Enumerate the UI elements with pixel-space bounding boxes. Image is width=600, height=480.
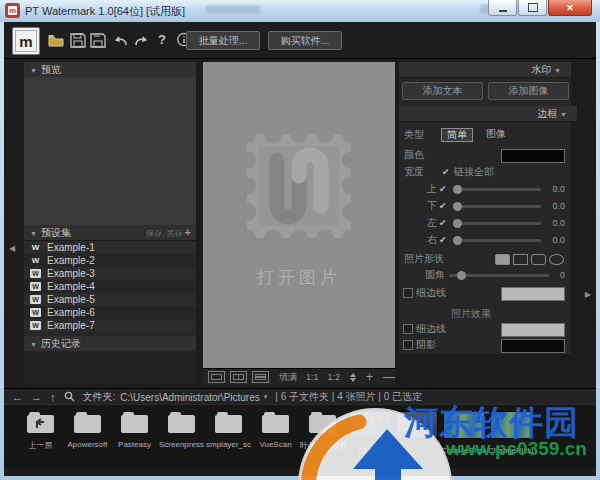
app-icon-m: m: [8, 6, 17, 15]
photo-effects-label: 照片效果: [451, 307, 491, 321]
presets-actions-label[interactable]: 保存, 另存: [146, 229, 182, 238]
history-section-header[interactable]: ▼历史记录: [24, 336, 196, 352]
minimize-button[interactable]: [488, 0, 517, 16]
thin-line-color-swatch[interactable]: [501, 323, 565, 337]
zoom-fit-button[interactable]: 填满: [279, 371, 297, 384]
preset-row[interactable]: WExample-4: [24, 280, 196, 293]
item-label: Apowersoft: [67, 440, 107, 449]
thin-line-row-2: 细边线: [399, 322, 571, 336]
collapse-left-panel-arrow[interactable]: ◀: [9, 244, 15, 253]
folder-item[interactable]: Screenpresso: [159, 409, 204, 461]
app-icon: m: [5, 3, 20, 18]
watermark-section-header[interactable]: 水印 ▼: [399, 62, 571, 78]
slider-knob[interactable]: [453, 202, 462, 211]
border-section-header[interactable]: 边框 ▼: [399, 106, 577, 122]
slider-track[interactable]: [453, 188, 541, 191]
slider-checkbox[interactable]: ✔: [439, 216, 447, 230]
radius-slider-knob[interactable]: [457, 271, 466, 280]
preset-row[interactable]: WExample-7: [24, 319, 196, 332]
shape-rounded-icon[interactable]: [531, 254, 546, 265]
add-text-button[interactable]: 添加文本: [402, 82, 483, 100]
radius-slider-track[interactable]: [449, 274, 549, 277]
slider-label: 上: [427, 182, 437, 196]
slider-value: 0.0: [552, 182, 565, 196]
thin-line-checkbox[interactable]: [403, 324, 413, 334]
shadow-checkbox[interactable]: [403, 340, 413, 350]
preset-row[interactable]: WExample-1: [24, 241, 196, 254]
window-title: PT Watermark 1.0[64位] [试用版]: [25, 4, 185, 19]
slider-knob[interactable]: [453, 236, 462, 245]
layout-split-icon[interactable]: [230, 371, 247, 383]
add-image-button[interactable]: 添加图像: [488, 82, 569, 100]
path-dropdown-icon[interactable]: ▾: [264, 393, 268, 401]
thin-line-label: 细边线: [416, 322, 446, 336]
collapse-right-panel-arrow[interactable]: ▶: [585, 290, 591, 299]
add-preset-button[interactable]: +: [185, 226, 191, 238]
preset-row[interactable]: WExample-5: [24, 293, 196, 306]
folder-item[interactable]: smplayer_scre..: [206, 409, 251, 461]
presets-actions[interactable]: 保存, 另存 +: [146, 225, 191, 241]
layout-rows-icon[interactable]: [252, 371, 269, 383]
redo-icon[interactable]: [134, 33, 150, 48]
link-all-checkbox[interactable]: ✔: [442, 165, 450, 179]
slider-knob[interactable]: [453, 185, 462, 194]
preview-section-header[interactable]: ▼预览: [24, 62, 196, 78]
preset-row[interactable]: WExample-3: [24, 267, 196, 280]
window-titlebar[interactable]: m PT Watermark 1.0[64位] [试用版] ✕: [0, 0, 600, 22]
slider-knob[interactable]: [453, 219, 462, 228]
maximize-button[interactable]: [518, 0, 547, 16]
buy-software-button[interactable]: 购买软件...: [268, 31, 342, 50]
slider-checkbox[interactable]: ✔: [439, 233, 447, 247]
image-canvas[interactable]: 打开图片: [203, 62, 395, 368]
slider-checkbox[interactable]: ✔: [439, 199, 447, 213]
slider-track[interactable]: [453, 239, 541, 242]
zoom-1-1-button[interactable]: 1:1: [306, 372, 319, 382]
open-folder-icon[interactable]: [48, 33, 64, 48]
undo-icon[interactable]: [112, 33, 128, 48]
zoom-out-button[interactable]: —: [383, 370, 395, 384]
back-arrow-icon[interactable]: ←: [12, 391, 23, 403]
forward-arrow-icon[interactable]: →: [31, 391, 42, 403]
folder-up-icon: [27, 415, 54, 433]
preset-label: Example-5: [47, 293, 95, 306]
batch-process-button[interactable]: 批量处理...: [186, 31, 260, 50]
slider-track[interactable]: [453, 222, 541, 225]
shadow-color-swatch[interactable]: [501, 339, 565, 353]
slider-track[interactable]: [453, 205, 541, 208]
up-arrow-icon[interactable]: ↑: [50, 391, 56, 403]
slider-value: 0.0: [552, 199, 565, 213]
folder-item[interactable]: Apowersoft: [65, 409, 110, 461]
shape-rect-icon[interactable]: [513, 254, 528, 265]
watermark-w-icon: W: [30, 256, 41, 265]
save-icon[interactable]: [70, 33, 86, 48]
border-color-swatch[interactable]: [501, 149, 565, 163]
triangle-down-icon: ▼: [30, 230, 37, 237]
shape-filled-rect-icon[interactable]: [495, 254, 510, 265]
preview-area: [24, 77, 196, 226]
close-button[interactable]: ✕: [548, 0, 592, 16]
zoom-in-button[interactable]: +: [366, 370, 373, 384]
thin-line-color-swatch[interactable]: [501, 287, 565, 301]
folder-icon: [121, 415, 148, 433]
zoom-1-2-button[interactable]: 1:2: [328, 372, 341, 382]
help-button[interactable]: ?: [158, 32, 166, 47]
shape-ellipse-icon[interactable]: [549, 254, 564, 265]
history-area: [24, 351, 196, 384]
open-image-label[interactable]: 打开图片: [257, 266, 341, 289]
folder-item[interactable]: Pasteasy: [112, 409, 157, 461]
save-as-icon[interactable]: [90, 33, 106, 48]
layout-single-icon[interactable]: [208, 371, 225, 383]
preset-row[interactable]: WExample-6: [24, 306, 196, 319]
current-path[interactable]: C:\Users\Administrator\Pictures: [120, 392, 259, 403]
border-color-row: 颜色: [399, 148, 571, 162]
zoom-stepper-icon[interactable]: [350, 373, 356, 382]
search-icon[interactable]: [64, 391, 75, 404]
presets-section-header[interactable]: ▼预设集 保存, 另存 +: [24, 225, 196, 241]
thin-line-checkbox[interactable]: [403, 288, 413, 298]
type-simple-tab[interactable]: 简单: [441, 128, 473, 142]
slider-checkbox[interactable]: ✔: [439, 182, 447, 196]
folder-up-item[interactable]: 上一层: [18, 409, 63, 461]
type-image-tab[interactable]: 图像: [481, 128, 511, 140]
preset-row[interactable]: WExample-2: [24, 254, 196, 267]
item-label: Screenpresso: [159, 440, 204, 449]
